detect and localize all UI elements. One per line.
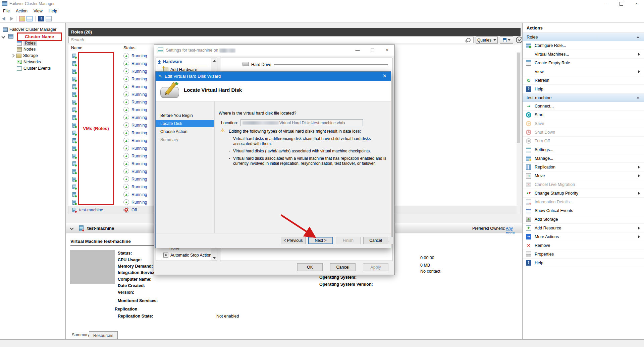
details-tab-bar: Summary Resources — [66, 331, 522, 339]
action-label: Replication — [535, 165, 555, 169]
menu-view[interactable]: View — [31, 8, 46, 14]
step-choose-action[interactable]: Choose Action — [156, 128, 214, 135]
tree-item-nodes[interactable]: Nodes — [17, 47, 36, 52]
collapse-details-icon[interactable] — [70, 226, 73, 230]
tree-item-storage[interactable]: Storage — [11, 53, 38, 58]
scroll-down-icon[interactable] — [211, 255, 217, 261]
step-before-you-begin[interactable]: Before You Begin — [156, 112, 214, 119]
action-help[interactable]: Help — [523, 259, 644, 267]
action-create-empty-role[interactable]: Create Empty Role — [523, 59, 644, 67]
maximize-button[interactable] — [614, 0, 629, 7]
tree-item-root[interactable]: Failover Cluster Manager — [3, 27, 56, 32]
column-divider[interactable] — [121, 45, 121, 52]
minimize-button[interactable]: — — [350, 45, 365, 55]
action-move[interactable]: Move — [523, 171, 644, 180]
next-button[interactable]: Next > — [308, 237, 333, 244]
save-query-dropdown[interactable] — [500, 37, 513, 44]
action-replication[interactable]: Replication — [523, 163, 644, 171]
action-view[interactable]: View — [523, 67, 644, 76]
action-manage[interactable]: Manage... — [523, 154, 644, 163]
integration-services-field-label: Integration Services: — [118, 270, 159, 275]
chevron-right-icon[interactable] — [11, 54, 14, 57]
action-remove[interactable]: Remove — [523, 241, 644, 250]
tree-cluster-events-label: Cluster Events — [23, 66, 51, 71]
scrollbar-thumb[interactable] — [517, 53, 520, 143]
action-change-startup-priority[interactable]: Change Startup Priority — [523, 189, 644, 198]
forward-icon[interactable] — [10, 17, 13, 21]
minimize-button[interactable]: — — [599, 0, 614, 7]
tree-storage-label: Storage — [23, 53, 38, 58]
status-label: Running — [131, 154, 147, 158]
properties-icon — [526, 252, 531, 257]
queries-dropdown[interactable]: Queries — [476, 37, 498, 44]
menu-action[interactable]: Action — [13, 8, 31, 14]
cancel-button[interactable]: Cancel — [330, 263, 356, 271]
list-vertical-scrollbar[interactable] — [517, 52, 521, 214]
previous-button[interactable]: < Previous — [281, 237, 306, 244]
tab-resources[interactable]: Resources — [89, 331, 118, 339]
collapse-section-icon[interactable] — [637, 97, 639, 98]
tree-item-roles[interactable]: Roles — [17, 41, 37, 46]
action-more-actions[interactable]: More Actions — [523, 232, 644, 241]
vm-icon — [72, 84, 76, 89]
search-input[interactable]: Search — [68, 37, 474, 43]
action-add-resource[interactable]: Add Resource — [523, 224, 644, 232]
export-list-icon[interactable] — [19, 16, 25, 21]
help-icon[interactable]: ? — [38, 16, 44, 21]
action-help[interactable]: Help — [523, 85, 644, 93]
chevron-down-icon[interactable] — [1, 34, 5, 38]
back-icon[interactable] — [2, 17, 5, 21]
step-locate-disk[interactable]: Locate Disk — [156, 120, 214, 127]
column-header-status[interactable]: Status — [123, 46, 135, 50]
vm-icon — [72, 208, 76, 212]
search-icon — [466, 38, 471, 42]
actions-section-roles[interactable]: Roles — [523, 33, 644, 41]
cluster-events-icon — [17, 66, 22, 71]
create-empty-role-icon — [526, 60, 531, 66]
menu-bar: FileActionViewHelp — [0, 7, 644, 15]
console-tree-panel: Failover Cluster Manager Roles Nodes Sto… — [0, 23, 66, 339]
action-show-critical-events[interactable]: Show Critical Events — [523, 206, 644, 215]
status-label: Running — [131, 69, 147, 74]
column-header-name[interactable]: Name — [71, 46, 82, 50]
replication-section-label: Replication — [115, 307, 137, 311]
action-configure-role[interactable]: Configure Role... — [523, 41, 644, 50]
action-label: Configure Role... — [535, 43, 566, 48]
ok-button[interactable]: OK — [297, 263, 323, 271]
cancel-button[interactable]: Cancel — [363, 237, 388, 244]
status-label: Running — [131, 146, 147, 151]
roles-panel-title: Roles (28) — [71, 29, 92, 34]
action-settings[interactable]: Settings... — [523, 145, 644, 154]
tree-item-networks[interactable]: Networks — [17, 60, 41, 64]
menu-file[interactable]: File — [0, 8, 13, 14]
tab-summary[interactable]: Summary — [72, 333, 90, 337]
action-refresh[interactable]: Refresh — [523, 76, 644, 85]
actions-section-test-machine[interactable]: test-machine — [523, 93, 644, 102]
show-console-tree-icon[interactable] — [26, 16, 33, 21]
close-button[interactable]: × — [380, 45, 394, 55]
action-connect[interactable]: Connect... — [523, 102, 644, 111]
vm-icon — [72, 177, 76, 182]
show-action-pane-icon[interactable] — [46, 16, 52, 21]
collapse-section-icon[interactable] — [637, 36, 639, 38]
location-input[interactable]: Virtual Hard Disks\test-machine.vhdx — [240, 119, 363, 126]
menu-help[interactable]: Help — [46, 8, 60, 14]
role-name-label: test-machine — [79, 208, 103, 212]
close-button[interactable]: × — [629, 0, 644, 7]
tree-item-cluster[interactable] — [2, 34, 13, 39]
close-button[interactable]: ✕ — [382, 73, 387, 79]
hardware-section-header[interactable]: Hardware — [158, 59, 209, 65]
action-properties[interactable]: Properties — [523, 250, 644, 259]
status-running-icon — [123, 145, 129, 151]
action-start[interactable]: Start — [523, 111, 644, 119]
submenu-arrow-icon — [638, 175, 640, 177]
action-add-storage[interactable]: Add Storage — [523, 215, 644, 224]
action-label: Cancel Live Migration — [535, 182, 575, 187]
scroll-up-icon[interactable] — [211, 58, 217, 63]
status-label: Running — [131, 138, 147, 143]
tree-item-cluster-events[interactable]: Cluster Events — [17, 66, 51, 71]
tree-root-label: Failover Cluster Manager — [9, 27, 56, 32]
action-virtual-machines[interactable]: Virtual Machines... — [523, 50, 644, 59]
automatic-stop-action-item[interactable]: Automatic Stop Action — [163, 253, 211, 258]
collapse-search-button[interactable] — [516, 37, 523, 43]
